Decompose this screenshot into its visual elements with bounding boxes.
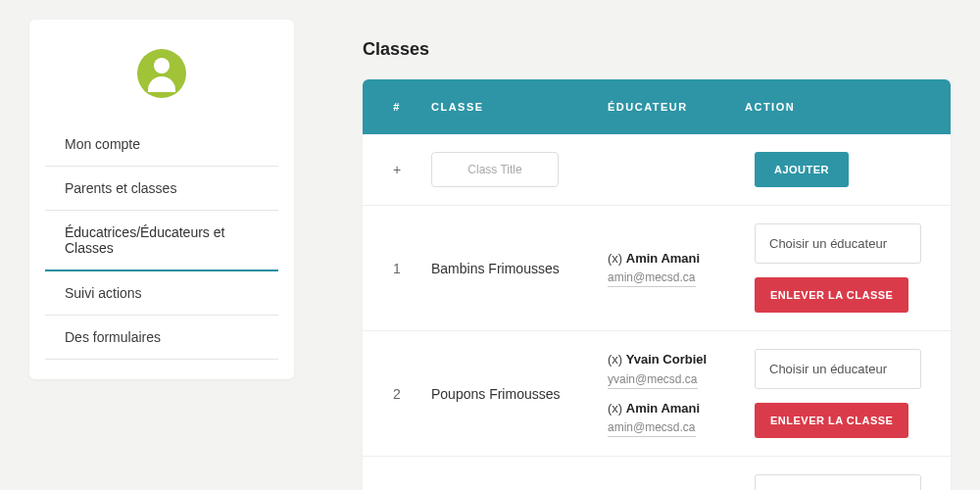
class-name: Bambins Frimousses: [431, 261, 608, 276]
educator-name: Yvain Corbiel: [626, 352, 707, 367]
header-action: Action: [745, 101, 951, 113]
sidebar-item-0[interactable]: Mon compte: [45, 122, 278, 167]
header-classe: Classe: [431, 101, 608, 113]
action-cell: Choisir un éducateurENLEVER LA CLASSE: [745, 223, 951, 313]
avatar-icon: [137, 49, 186, 98]
row-index: 2: [363, 386, 431, 402]
sidebar-nav: Mon compteParents et classesÉducatrices/…: [29, 122, 294, 360]
remove-educator-x[interactable]: (x): [608, 352, 626, 367]
remove-class-button[interactable]: ENLEVER LA CLASSE: [755, 277, 908, 313]
educator-email: yvain@mecsd.ca: [608, 370, 698, 389]
classes-table: # Classe Éducateur Action + AJOUTER 1Bam…: [363, 79, 951, 490]
sidebar-item-4[interactable]: Des formulaires: [45, 316, 278, 360]
sidebar-item-3[interactable]: Suivi actions: [45, 271, 278, 316]
class-title-input[interactable]: [431, 152, 559, 187]
add-class-button[interactable]: AJOUTER: [755, 152, 849, 187]
choose-educator-select[interactable]: Choisir un éducateur: [755, 474, 921, 490]
educator-email: amin@mecsd.ca: [608, 418, 696, 437]
header-educateur: Éducateur: [608, 101, 745, 113]
sidebar-item-1[interactable]: Parents et classes: [45, 167, 278, 211]
educators-cell: (x) Amin Amaniamin@mecsd.ca: [608, 249, 745, 288]
remove-educator-x[interactable]: (x): [608, 401, 626, 416]
sidebar: Mon compteParents et classesÉducatrices/…: [29, 20, 294, 379]
choose-educator-select[interactable]: Choisir un éducateur: [755, 349, 921, 389]
educator-name: Amin Amani: [626, 251, 700, 266]
remove-educator-x[interactable]: (x): [608, 251, 626, 266]
remove-class-button[interactable]: ENLEVER LA CLASSE: [755, 403, 908, 438]
avatar-wrap: [29, 49, 294, 98]
choose-educator-select[interactable]: Choisir un éducateur: [755, 223, 921, 264]
educator-entry: (x) Yvain Corbielyvain@mecsd.ca: [608, 350, 745, 389]
class-name: Poupons Frimousses: [431, 386, 608, 402]
educator-email: amin@mecsd.ca: [608, 269, 696, 287]
educator-entry: (x) Amin Amaniamin@mecsd.ca: [608, 399, 745, 438]
educators-cell: (x) Yvain Corbielyvain@mecsd.ca(x) Amin …: [608, 350, 745, 437]
educator-entry: (x) Amin Amaniamin@mecsd.ca: [608, 249, 745, 288]
table-header: # Classe Éducateur Action: [363, 79, 951, 134]
page-title: Classes: [363, 39, 951, 60]
header-index: #: [363, 101, 431, 113]
main-content: Classes # Classe Éducateur Action + AJOU…: [363, 20, 951, 490]
action-cell: Choisir un éducateurENLEVER LA CLASSE: [745, 349, 951, 438]
add-class-row: + AJOUTER: [363, 134, 951, 206]
add-row-symbol: +: [363, 162, 431, 177]
sidebar-item-2[interactable]: Éducatrices/Éducateurs et Classes: [45, 211, 278, 271]
table-row-partial: Choisir un éducateur: [363, 457, 951, 490]
table-row: 1Bambins Frimousses(x) Amin Amaniamin@me…: [363, 206, 951, 331]
table-row: 2Poupons Frimousses(x) Yvain Corbielyvai…: [363, 331, 951, 457]
educator-name: Amin Amani: [626, 401, 700, 416]
row-index: 1: [363, 261, 431, 276]
